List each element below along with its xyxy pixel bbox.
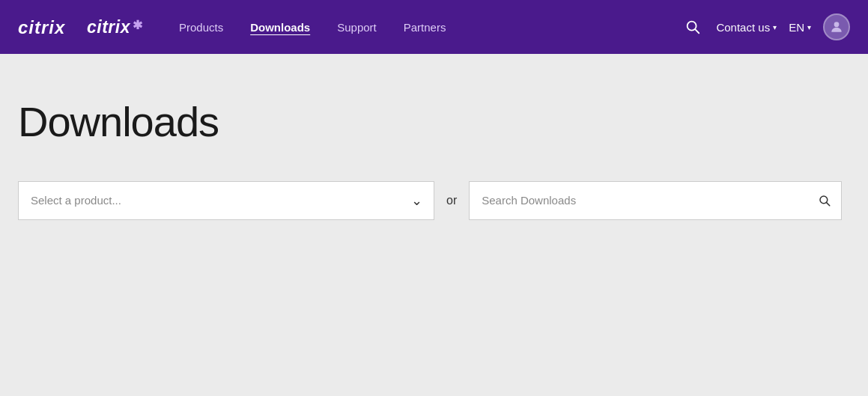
search-icon bbox=[685, 19, 701, 35]
logo-area[interactable]: citrix citrix ✱ bbox=[18, 16, 143, 38]
product-select[interactable]: Select a product... bbox=[18, 181, 434, 220]
user-avatar-button[interactable] bbox=[823, 13, 850, 40]
site-header: citrix citrix ✱ Products Downloads Suppo… bbox=[0, 0, 868, 54]
logo-mark: ✱ bbox=[133, 18, 143, 32]
search-input-wrapper bbox=[469, 181, 842, 220]
user-icon bbox=[829, 19, 844, 34]
header-right: Contact us ▾ EN ▾ bbox=[682, 13, 850, 40]
language-label: EN bbox=[789, 21, 804, 34]
nav-item-support[interactable]: Support bbox=[325, 15, 389, 40]
or-label: or bbox=[446, 194, 457, 207]
search-row: Select a product... ⌄ or bbox=[18, 181, 842, 220]
header-search-button[interactable] bbox=[682, 16, 704, 38]
citrix-logo: citrix citrix ✱ bbox=[18, 16, 143, 38]
main-content: Downloads Select a product... ⌄ or bbox=[0, 54, 868, 396]
lang-chevron-icon: ▾ bbox=[807, 23, 811, 31]
contact-us-button[interactable]: Contact us ▾ bbox=[716, 21, 777, 34]
contact-chevron-icon: ▾ bbox=[773, 23, 777, 31]
search-downloads-input[interactable] bbox=[469, 181, 842, 220]
logo-text: citrix bbox=[87, 17, 130, 37]
nav-item-downloads[interactable]: Downloads bbox=[238, 15, 322, 40]
contact-us-label: Contact us bbox=[716, 21, 770, 34]
nav-item-products[interactable]: Products bbox=[167, 15, 235, 40]
svg-line-2 bbox=[696, 29, 699, 33]
svg-point-3 bbox=[834, 22, 840, 27]
main-nav: Products Downloads Support Partners bbox=[167, 15, 682, 40]
svg-text:citrix: citrix bbox=[18, 17, 66, 37]
nav-item-partners[interactable]: Partners bbox=[392, 15, 458, 40]
page-title: Downloads bbox=[18, 99, 850, 145]
product-select-wrapper: Select a product... ⌄ bbox=[18, 181, 434, 220]
citrix-logo-svg: citrix bbox=[18, 16, 85, 38]
language-button[interactable]: EN ▾ bbox=[789, 21, 811, 34]
